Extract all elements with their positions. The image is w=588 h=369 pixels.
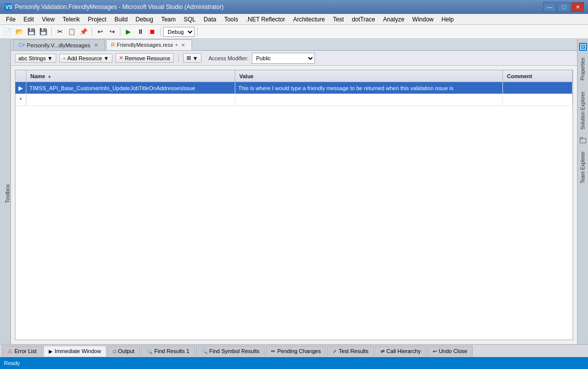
toolbox-panel[interactable]: Toolbox [0,39,11,344]
resource-sep [178,54,179,63]
menu-item-test[interactable]: Test [329,15,348,24]
find-results-label: Find Results 1 [154,348,189,354]
new-project-btn[interactable]: 📄 [2,26,13,37]
window-title: Personify.Validation.FriendlyMessages - … [15,3,543,10]
call-hierarchy-tab[interactable]: ⇌ Call Hierarchy [375,346,426,357]
pending-changes-icon: ✏ [271,349,275,354]
configuration-select[interactable]: Debug [163,27,195,37]
tab2-icon: R [111,42,115,48]
main-toolbar: 📄 📂 💾 💾 ✂ 📋 📌 ↩ ↪ ▶ ⏸ ⏹ Debug [0,25,588,39]
menu-item-edit[interactable]: Edit [19,15,38,24]
find-symbol-tab[interactable]: 🔍 Find Symbol Results [196,346,265,357]
remove-resource-button[interactable]: ✕ Remove Resource [115,53,174,63]
menu-bar: FileEditViewTelerikProjectBuildDebugTeam… [0,14,588,25]
stop-btn[interactable]: ⏹ [147,26,158,37]
maximize-button[interactable]: □ [557,2,570,12]
tab2-close[interactable]: ✕ [180,41,187,48]
new-row-value[interactable] [235,94,503,106]
start-btn[interactable]: ▶ [123,26,134,37]
tab2-modified: ● [175,42,178,47]
menu-item-help[interactable]: Help [438,15,458,24]
redo-btn[interactable]: ↪ [106,26,117,37]
menu-item-analyze[interactable]: Analyze [379,15,408,24]
test-results-tab[interactable]: ✓ Test Results [327,346,374,357]
name-sort-icon: ▲ [47,74,52,79]
new-row-name[interactable] [26,94,235,106]
immediate-window-tab[interactable]: ▶ Immediate Window [43,346,107,357]
strings-button[interactable]: abc Strings ▼ [15,54,56,63]
tab1-label: Personify.V...dlyMessages [27,42,91,48]
title-bar: VS Personify.Validation.FriendlyMessages… [0,0,588,14]
undo-btn[interactable]: ↩ [95,26,105,37]
save-btn[interactable]: 💾 [26,26,37,37]
pause-btn[interactable]: ⏸ [135,26,146,37]
solution-explorer-btn[interactable]: Solution Explorer [579,88,587,133]
properties-panel-btn[interactable]: Properties [579,54,587,85]
menu-item-sql[interactable]: SQL [180,15,199,24]
menu-item-data[interactable]: Data [199,15,220,24]
header-comment[interactable]: Comment [503,70,573,82]
undo-close-tab[interactable]: ↩ Undo Close [427,346,473,357]
menu-item-view[interactable]: View [38,15,59,24]
columns-button[interactable]: ⊞ ▼ [183,53,201,63]
menu-item-dottrace[interactable]: dotTrace [348,15,379,24]
menu-item-project[interactable]: Project [84,15,110,24]
sep4 [160,27,161,36]
tab-friendly-messages-resx[interactable]: R FriendlyMessages.resx ● ✕ [106,39,193,50]
strings-arrow: ▼ [47,55,53,61]
paste-btn[interactable]: 📌 [78,26,89,37]
save-all-btn[interactable]: 💾 [38,26,49,37]
svg-text:VS: VS [5,4,12,10]
copy-btn[interactable]: 📋 [66,26,77,37]
row1-comment[interactable] [503,82,573,94]
new-row[interactable]: * [15,94,573,106]
add-resource-button[interactable]: + Add Resource ▼ [59,54,112,63]
header-name[interactable]: Name ▲ [26,70,235,82]
tab1-close[interactable]: ✕ [93,42,99,49]
tab1-icon: C# [18,42,25,48]
menu-item-build[interactable]: Build [110,15,132,24]
add-resource-label: Add Resource [67,55,102,61]
error-list-label: Error List [14,348,37,354]
menu-item-file[interactable]: File [2,15,19,24]
sep1 [51,27,52,36]
window-controls: — □ ✕ [543,2,584,12]
output-tab[interactable]: □ Output [107,346,140,357]
menu-item-team[interactable]: Team [157,15,180,24]
pending-changes-tab[interactable]: ✏ Pending Changes [266,346,326,357]
toolbox-label: Toolbox [4,184,10,203]
bottom-panel: ⚠ Error List ▶ Immediate Window □ Output… [0,344,588,357]
test-results-label: Test Results [339,348,369,354]
minimize-button[interactable]: — [543,2,556,12]
undo-close-label: Undo Close [439,348,467,354]
find-symbol-icon: 🔍 [201,349,207,354]
row1-value[interactable]: This is where I would type a friendly me… [235,82,503,94]
new-row-comment[interactable] [503,94,573,106]
find-results-tab[interactable]: 🔍 Find Results 1 [141,346,195,357]
immediate-window-icon: ▶ [49,349,53,354]
open-btn[interactable]: 📂 [14,26,25,37]
cut-btn[interactable]: ✂ [54,26,65,37]
row1-name[interactable]: TIMSS_API_Base_CustomerInfo_UpdateJobTit… [26,82,235,94]
header-value[interactable]: Value [235,70,503,82]
call-hierarchy-label: Call Hierarchy [387,348,421,354]
menu-item-netreflector[interactable]: .NET Reflector [242,15,289,24]
main-layout: Toolbox C# Personify.V...dlyMessages ✕ R… [0,39,588,344]
tab-friendly-messages-cs[interactable]: C# Personify.V...dlyMessages ✕ [13,39,105,50]
resource-toolbar: abc Strings ▼ + Add Resource ▼ ✕ Remove … [11,51,577,66]
menu-item-telerik[interactable]: Telerik [59,15,84,24]
access-modifier-select[interactable]: Public Internal No code generation [252,53,315,64]
solution-explorer-icon [579,136,587,144]
menu-item-window[interactable]: Window [408,15,438,24]
grid-header: Name ▲ Value Comment [15,70,573,82]
svg-rect-7 [580,137,583,139]
new-row-indicator: * [15,94,26,106]
error-list-tab[interactable]: ⚠ Error List [2,346,42,357]
menu-item-debug[interactable]: Debug [132,15,157,24]
undo-close-icon: ↩ [433,349,437,354]
table-row[interactable]: ▶ TIMSS_API_Base_CustomerInfo_UpdateJobT… [15,82,573,94]
menu-item-architecture[interactable]: Architecture [289,15,329,24]
menu-item-tools[interactable]: Tools [220,15,242,24]
team-explorer-btn[interactable]: Team Explorer [579,147,587,187]
close-button[interactable]: ✕ [571,2,584,12]
